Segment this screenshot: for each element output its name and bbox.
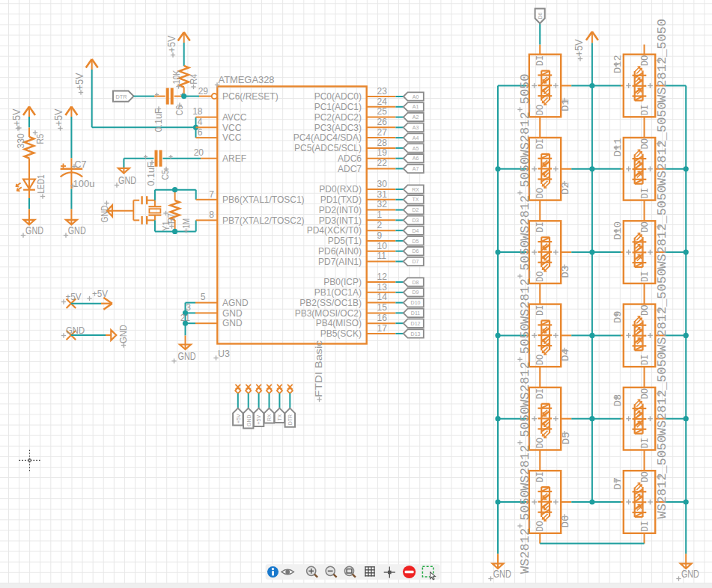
svg-text:DI: DI xyxy=(535,305,546,316)
svg-text:PC6(/RESET): PC6(/RESET) xyxy=(222,91,279,102)
svg-text:DO: DO xyxy=(535,105,546,116)
svg-text:C7: C7 xyxy=(75,159,87,170)
svg-text:ADC7: ADC7 xyxy=(338,164,362,174)
svg-text:1M: 1M xyxy=(180,218,192,229)
svg-text:19: 19 xyxy=(377,147,388,158)
svg-text:A2: A2 xyxy=(413,114,419,120)
svg-text:A0: A0 xyxy=(413,94,419,99)
svg-text:DO: DO xyxy=(640,55,651,67)
svg-text:PB4(MISO): PB4(MISO) xyxy=(316,318,362,328)
svg-text:24: 24 xyxy=(377,97,388,107)
svg-text:DI: DI xyxy=(535,471,546,483)
svg-text:+5V: +5V xyxy=(66,291,82,302)
svg-text:D10: D10 xyxy=(612,221,624,240)
svg-text:AVCC: AVCC xyxy=(222,112,247,123)
svg-text:PC2(ADC2): PC2(ADC2) xyxy=(314,112,362,123)
svg-text:+5V: +5V xyxy=(256,415,261,425)
svg-text:PC4(ADC4/SDA): PC4(ADC4/SDA) xyxy=(293,132,362,143)
svg-text:D11: D11 xyxy=(612,138,624,157)
svg-text:PD5(T1): PD5(T1) xyxy=(328,236,362,246)
svg-text:D2: D2 xyxy=(413,207,419,212)
svg-text:PC5(ADC5/SCL): PC5(ADC5/SCL) xyxy=(294,143,362,153)
svg-text:D2: D2 xyxy=(561,183,572,195)
svg-text:10K: 10K xyxy=(171,70,182,85)
svg-text:12: 12 xyxy=(377,272,388,282)
svg-text:+5V: +5V xyxy=(165,35,177,53)
svg-text:VCC: VCC xyxy=(222,132,242,143)
svg-text:PD4(XCK/T0): PD4(XCK/T0) xyxy=(307,225,362,236)
svg-text:28: 28 xyxy=(377,138,388,148)
svg-text:R4: R4 xyxy=(188,74,199,85)
svg-text:100u: 100u xyxy=(73,178,95,189)
svg-text:DO: DO xyxy=(535,188,546,199)
svg-text:DO: DO xyxy=(535,521,546,532)
svg-text:8: 8 xyxy=(209,209,214,220)
svg-text:A1: A1 xyxy=(413,104,419,109)
svg-text:GND: GND xyxy=(66,325,85,336)
svg-text:+5V: +5V xyxy=(10,108,22,126)
svg-text:23: 23 xyxy=(377,86,388,97)
svg-text:3: 3 xyxy=(186,302,191,313)
svg-text:22: 22 xyxy=(377,158,388,168)
svg-text:DI: DI xyxy=(535,138,546,150)
svg-text:D8: D8 xyxy=(612,394,624,407)
svg-text:D3: D3 xyxy=(561,266,572,278)
svg-text:26: 26 xyxy=(377,117,388,127)
svg-text:+5V: +5V xyxy=(573,39,585,57)
svg-text:DI: DI xyxy=(640,105,651,116)
svg-text:DTR: DTR xyxy=(116,94,128,100)
svg-text:DO: DO xyxy=(640,471,651,483)
svg-text:PD2(INT0): PD2(INT0) xyxy=(319,205,362,215)
svg-text:D13: D13 xyxy=(411,331,421,337)
svg-text:DO: DO xyxy=(535,271,546,282)
svg-text:PC1(ADC1): PC1(ADC1) xyxy=(314,102,362,112)
svg-text:AREF: AREF xyxy=(222,153,246,164)
svg-text:D4: D4 xyxy=(561,349,572,361)
svg-text:GND: GND xyxy=(222,308,243,319)
svg-text:PD6(AIN0): PD6(AIN0) xyxy=(318,246,362,257)
svg-text:21: 21 xyxy=(180,313,191,323)
svg-text:17: 17 xyxy=(377,323,388,334)
svg-text:A4: A4 xyxy=(413,135,419,141)
svg-text:+5V: +5V xyxy=(73,73,85,91)
svg-text:D11: D11 xyxy=(411,310,420,316)
svg-text:WS2812_5050: WS2812_5050 xyxy=(518,323,532,407)
svg-text:0.1uF: 0.1uF xyxy=(153,108,164,132)
svg-text:PD3(INT1): PD3(INT1) xyxy=(319,215,362,226)
svg-text:LED1: LED1 xyxy=(35,175,46,194)
svg-text:10: 10 xyxy=(377,241,388,251)
svg-text:+5V: +5V xyxy=(92,288,108,299)
svg-text:D8: D8 xyxy=(413,280,419,285)
svg-text:PC3(ADC3): PC3(ADC3) xyxy=(314,123,362,133)
svg-text:A6: A6 xyxy=(413,156,419,161)
svg-text:PB6(XTAL1/TOSC1): PB6(XTAL1/TOSC1) xyxy=(222,195,305,205)
svg-text:D9: D9 xyxy=(413,290,419,295)
svg-text:DI: DI xyxy=(640,521,651,532)
svg-text:PB3(MOSI/OC2): PB3(MOSI/OC2) xyxy=(295,308,362,319)
svg-text:PD7(AIN1): PD7(AIN1) xyxy=(318,257,362,267)
svg-text:16: 16 xyxy=(377,313,388,323)
svg-text:TX: TX xyxy=(277,414,282,420)
svg-text:DI: DI xyxy=(535,388,546,399)
svg-text:29: 29 xyxy=(198,86,209,97)
svg-text:DO: DO xyxy=(640,138,651,150)
svg-text:14: 14 xyxy=(377,292,388,302)
svg-text:D6: D6 xyxy=(538,12,543,19)
svg-text:A7: A7 xyxy=(413,166,419,171)
svg-text:R5: R5 xyxy=(34,134,46,144)
svg-text:D7: D7 xyxy=(413,259,419,264)
svg-text:DO: DO xyxy=(535,355,546,366)
svg-text:D5: D5 xyxy=(561,432,572,445)
svg-text:ATMEGA328: ATMEGA328 xyxy=(219,75,275,85)
svg-text:WS2812_5050: WS2812_5050 xyxy=(518,74,532,158)
svg-text:D6: D6 xyxy=(561,515,572,528)
svg-text:DO: DO xyxy=(640,388,651,399)
svg-text:C6: C6 xyxy=(174,105,185,116)
svg-text:DI: DI xyxy=(640,355,651,366)
svg-text:PB7(XTAL2/TOSC2): PB7(XTAL2/TOSC2) xyxy=(222,215,305,226)
svg-text:7: 7 xyxy=(209,189,214,200)
svg-text:DI: DI xyxy=(535,221,546,233)
svg-text:GND: GND xyxy=(246,414,252,426)
svg-text:GND: GND xyxy=(118,325,129,343)
svg-text:C5: C5 xyxy=(159,170,171,180)
